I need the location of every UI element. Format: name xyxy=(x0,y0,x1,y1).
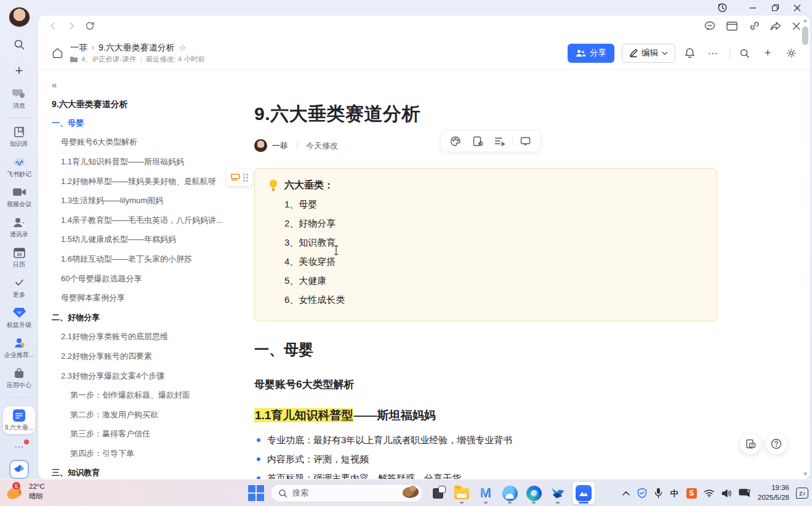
user-avatar[interactable] xyxy=(9,7,30,27)
mail-app-icon[interactable]: M xyxy=(476,482,495,504)
callout-block[interactable]: 六大垂类： 1、母婴2、好物分享3、知识教育4、美妆穿搭5、大健康6、女性成长类 xyxy=(254,168,717,321)
feishu-docs-icon[interactable] xyxy=(573,482,595,504)
outline-item[interactable]: 1.1育儿知识科普型——斯坦福妈妈 xyxy=(52,152,231,172)
share-forward-icon[interactable] xyxy=(770,22,781,31)
sidebar-item-enterprise-referral[interactable]: 企业推荐... xyxy=(4,337,34,359)
favorite-star-icon[interactable]: ☆ xyxy=(179,43,187,53)
search-highlight-image[interactable] xyxy=(399,485,420,501)
scrollbar[interactable]: ▲ ▼ xyxy=(802,17,809,477)
comment-icon[interactable] xyxy=(514,132,536,150)
outline-item[interactable]: 第三步：赢得客户信任 xyxy=(52,425,231,444)
outline-item[interactable]: 2.1好物分享类账号的底层思维 xyxy=(52,327,231,347)
start-button[interactable] xyxy=(248,485,265,502)
breadcrumb-title[interactable]: 9.六大垂类赛道分析 xyxy=(98,42,175,54)
edge-browser-icon[interactable] xyxy=(525,482,543,504)
outline-arrow-icon[interactable] xyxy=(489,132,511,150)
forward-icon[interactable] xyxy=(66,21,76,31)
sidebar-item-more[interactable]: 更多 xyxy=(13,276,25,299)
search-icon[interactable] xyxy=(10,36,28,54)
sidebar-item-app-center[interactable]: 应用中心 xyxy=(7,367,31,390)
author-name[interactable]: 一菲 xyxy=(272,140,288,151)
sidebar-item-calendar[interactable]: 20 日历 xyxy=(13,246,25,269)
outline-doc-title[interactable]: 9.六大垂类赛道分析 xyxy=(52,99,231,110)
sidebar-item-contacts[interactable]: 通讯录 xyxy=(10,216,28,239)
microphone-icon[interactable] xyxy=(654,488,662,499)
doc-search-icon[interactable] xyxy=(735,44,754,62)
collapse-outline-icon[interactable]: « xyxy=(52,79,65,90)
copy-link-icon[interactable] xyxy=(749,21,759,31)
bird-app-icon[interactable] xyxy=(549,482,567,504)
sidebar-item-meetings[interactable]: 视频会议 xyxy=(7,186,31,209)
display-sync-icon[interactable] xyxy=(739,488,751,498)
scrollbar-thumb[interactable] xyxy=(802,26,808,45)
sidebar-item-wiki[interactable]: 知识库 xyxy=(10,126,28,148)
home-icon[interactable] xyxy=(48,44,66,62)
outline-item[interactable]: 60个母婴爆款选题分享 xyxy=(52,269,231,289)
history-icon[interactable] xyxy=(712,1,732,15)
outline-item[interactable]: 一、母婴 xyxy=(52,113,231,133)
notification-bell-icon[interactable] xyxy=(680,44,699,62)
scrollbar-track[interactable] xyxy=(802,23,809,471)
callout-mini-icon xyxy=(231,174,240,182)
sidebar-more-button[interactable]: ⋯ xyxy=(14,441,24,452)
feishu-logo[interactable] xyxy=(9,460,29,479)
outline-item[interactable]: 母婴账号6大类型解析 xyxy=(52,133,231,153)
sidebar-item-upgrade[interactable]: 权益升级 xyxy=(7,307,31,329)
outline-item[interactable]: 三、知识教育 xyxy=(52,464,231,479)
back-icon[interactable] xyxy=(48,21,58,31)
share-button[interactable]: 分享 xyxy=(568,44,614,63)
ime-indicator[interactable]: 中 xyxy=(669,488,680,499)
outline-item[interactable]: 1.2好物种草型——辣妈美美好物、是航航呀 xyxy=(52,172,231,191)
create-new-button[interactable]: + xyxy=(10,62,28,80)
sidebar-item-minutes[interactable]: 飞书妙记 xyxy=(7,156,31,179)
outline-item[interactable]: 1.4亲子教育型——毛毛虫英语，八斤妈妈讲... xyxy=(52,211,231,230)
window-panel-icon[interactable] xyxy=(726,22,738,31)
outline-item[interactable]: 1.3生活辣妈——lilymum闹妈 xyxy=(52,191,231,211)
scroll-down-icon[interactable]: ▼ xyxy=(803,471,808,477)
outline-item[interactable]: 母婴脚本案例分享 xyxy=(52,288,231,308)
theme-palette-icon[interactable] xyxy=(444,132,467,150)
security-shield-icon[interactable] xyxy=(637,488,648,499)
feedback-icon[interactable] xyxy=(740,433,761,454)
volume-icon[interactable] xyxy=(722,489,732,498)
scroll-up-icon[interactable]: ▲ xyxy=(803,17,808,23)
outline-item[interactable]: 二、好物分享 xyxy=(52,308,231,327)
weather-widget[interactable]: 5 22°C 晴朗 xyxy=(6,482,45,501)
minimize-button[interactable] xyxy=(743,1,763,15)
wifi-icon[interactable] xyxy=(704,489,715,497)
new-doc-icon[interactable]: + xyxy=(758,44,777,62)
outline-item[interactable]: 2.2好物分享账号的四要素 xyxy=(52,347,231,366)
browser-app-icon[interactable] xyxy=(500,482,519,504)
author-avatar[interactable] xyxy=(254,139,267,152)
do-not-disturb-icon[interactable]: zz xyxy=(796,488,808,499)
sidebar-item-messages[interactable]: 消息 xyxy=(12,87,26,110)
tray-expand-icon[interactable] xyxy=(622,491,630,496)
edit-button[interactable]: 编辑 xyxy=(622,44,675,63)
outline-item[interactable]: 第四步：引导下单 xyxy=(52,444,231,464)
taskbar-clock[interactable]: 19:36 2025/5/28 xyxy=(758,483,789,502)
sogou-input-icon[interactable]: S xyxy=(686,488,697,499)
maximize-button[interactable] xyxy=(765,1,785,15)
outline-item[interactable]: 第二步：激发用户购买欲 xyxy=(52,405,231,425)
file-explorer-icon[interactable] xyxy=(452,482,471,504)
doc-link-icon[interactable] xyxy=(467,132,489,150)
folder-name[interactable]: 4、iP正价课-课件 xyxy=(81,55,136,63)
help-icon[interactable] xyxy=(766,433,787,454)
sidebar-item-current-doc[interactable]: 9.六大垂... xyxy=(3,406,36,434)
outline-item[interactable]: 1.5幼儿健康成长型——年糕妈妈 xyxy=(52,230,231,250)
close-window-button[interactable] xyxy=(787,1,807,15)
taskbar-search[interactable]: 搜索 xyxy=(270,484,423,502)
drag-handle-icon[interactable] xyxy=(243,174,248,182)
breadcrumb-parent[interactable]: 一菲 xyxy=(70,42,87,54)
comment-bubble-icon[interactable] xyxy=(704,21,715,31)
outline-item[interactable]: 1.6萌娃互动型——老丁头家的小胖苏 xyxy=(52,249,231,269)
outline-item[interactable]: 2.3好物分享爆款文案4个步骤 xyxy=(52,366,231,386)
block-handle[interactable] xyxy=(227,169,252,186)
task-view-button[interactable] xyxy=(428,482,447,504)
minutes-icon xyxy=(13,156,26,169)
more-actions-icon[interactable]: ⋯ xyxy=(704,44,722,62)
close-doc-icon[interactable] xyxy=(792,22,800,30)
refresh-icon[interactable] xyxy=(85,21,95,31)
outline-item[interactable]: 第一步：创作爆款标题、爆款封面 xyxy=(52,385,231,405)
settings-gear-icon[interactable] xyxy=(782,44,800,62)
